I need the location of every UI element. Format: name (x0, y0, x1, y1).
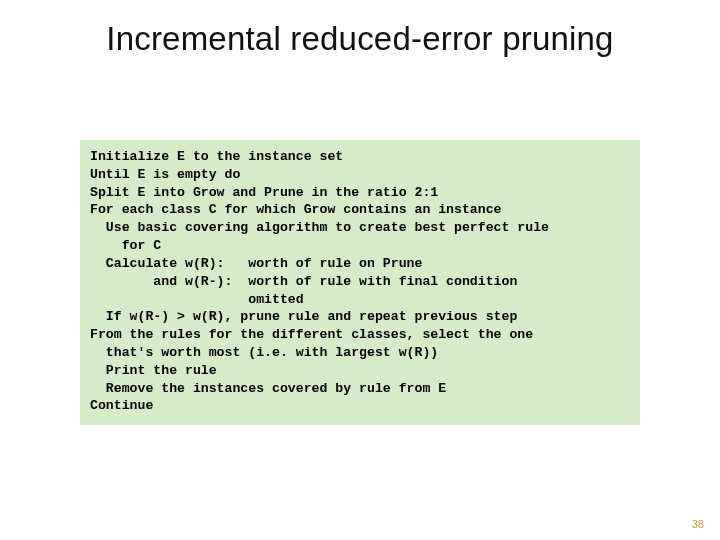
algorithm-code: Initialize E to the instance set Until E… (90, 148, 630, 415)
slide: Incremental reduced-error pruning Initia… (0, 0, 720, 540)
slide-title: Incremental reduced-error pruning (0, 20, 720, 58)
algorithm-codebox: Initialize E to the instance set Until E… (80, 140, 640, 425)
page-number: 38 (692, 518, 704, 530)
